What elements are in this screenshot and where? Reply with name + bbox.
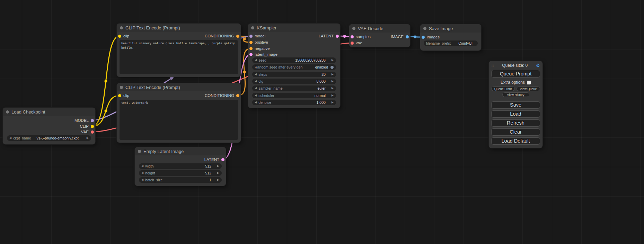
input-slot-images[interactable]: images bbox=[422, 35, 440, 39]
increment-arrow-icon[interactable]: ▶ bbox=[217, 179, 219, 181]
decrement-arrow-icon[interactable]: ◀ bbox=[141, 165, 143, 168]
node-header[interactable]: CLIP Text Encode (Prompt) bbox=[117, 83, 241, 91]
queue-prompt-button[interactable]: Queue Prompt bbox=[491, 70, 540, 78]
view-history-button[interactable]: View History bbox=[502, 92, 529, 97]
input-slot-vae[interactable]: vae bbox=[351, 40, 362, 45]
decrement-arrow-icon[interactable]: ◀ bbox=[255, 94, 257, 97]
input-slot-clip[interactable]: clip bbox=[118, 34, 129, 38]
slot-dot-image[interactable] bbox=[406, 35, 409, 38]
decrement-arrow-icon[interactable]: ◀ bbox=[255, 59, 257, 62]
collapse-toggle-icon[interactable] bbox=[423, 27, 426, 30]
queue-front-button[interactable]: Queue Front bbox=[491, 87, 515, 91]
settings-gear-icon[interactable]: ⚙ bbox=[536, 63, 540, 68]
toggle-dot-icon[interactable] bbox=[330, 66, 334, 69]
widget-denoise[interactable]: ◀ denoise 1.000 ▶ bbox=[252, 100, 336, 105]
slot-dot-latent[interactable] bbox=[249, 53, 253, 56]
widget-ckpt-name[interactable]: ◀ ckpt_name v1-5-pruned-emaonly.ckpt ▶ bbox=[7, 135, 91, 141]
collapse-toggle-icon[interactable] bbox=[6, 110, 9, 114]
slot-dot-latent[interactable] bbox=[336, 35, 339, 38]
node-clip-text-encode-positive[interactable]: CLIP Text Encode (Prompt) clip CONDITION… bbox=[117, 24, 241, 77]
slot-dot-latent[interactable] bbox=[351, 35, 354, 38]
queue-panel[interactable]: ⠿ Queue size: 0 ⚙ Queue Prompt Extra opt… bbox=[489, 61, 542, 148]
node-vae-decode[interactable]: VAE Decode samples IMAGE vae bbox=[349, 24, 410, 47]
decrement-arrow-icon[interactable]: ◀ bbox=[141, 172, 143, 174]
increment-arrow-icon[interactable]: ▶ bbox=[217, 172, 219, 174]
load-button[interactable]: Load bbox=[491, 110, 540, 118]
decrement-arrow-icon[interactable]: ◀ bbox=[255, 80, 257, 83]
negative-prompt-textarea[interactable]: text, watermark bbox=[120, 100, 238, 140]
node-ksampler[interactable]: KSampler model LATENT positive negative … bbox=[248, 24, 340, 108]
load-default-button[interactable]: Load Default bbox=[491, 137, 540, 145]
collapse-toggle-icon[interactable] bbox=[138, 150, 141, 153]
collapse-toggle-icon[interactable] bbox=[352, 27, 355, 30]
drag-handle-icon[interactable]: ⠿ bbox=[491, 63, 494, 68]
increment-arrow-icon[interactable]: ▶ bbox=[332, 73, 334, 76]
node-empty-latent-image[interactable]: Empty Latent Image LATENT ◀ width 512 ▶ … bbox=[135, 147, 226, 186]
node-load-checkpoint[interactable]: Load Checkpoint MODEL CLIP VAE ◀ ckpt_na… bbox=[3, 108, 95, 144]
widget-seed[interactable]: ◀ seed 156680208700286 ▶ bbox=[252, 57, 336, 63]
extra-options-checkbox[interactable] bbox=[527, 81, 531, 84]
decrement-arrow-icon[interactable]: ◀ bbox=[255, 87, 257, 90]
input-slot-model[interactable]: model bbox=[249, 34, 265, 38]
slot-dot-image[interactable] bbox=[422, 36, 425, 39]
increment-arrow-icon[interactable]: ▶ bbox=[217, 165, 219, 168]
collapse-toggle-icon[interactable] bbox=[120, 86, 123, 89]
widget-scheduler[interactable]: ◀ scheduler normal ▶ bbox=[252, 93, 336, 98]
increment-arrow-icon[interactable]: ▶ bbox=[332, 87, 334, 90]
node-header[interactable]: Save Image bbox=[420, 24, 481, 33]
output-slot-vae[interactable]: VAE bbox=[81, 129, 94, 134]
node-header[interactable]: Load Checkpoint bbox=[3, 108, 95, 116]
slot-dot-conditioning[interactable] bbox=[236, 35, 239, 38]
node-header[interactable]: Empty Latent Image bbox=[135, 147, 226, 155]
slot-dot-latent[interactable] bbox=[221, 158, 224, 161]
collapse-toggle-icon[interactable] bbox=[120, 26, 123, 29]
slot-dot-vae[interactable] bbox=[91, 130, 94, 134]
decrement-arrow-icon[interactable]: ◀ bbox=[9, 137, 11, 139]
node-save-image[interactable]: Save Image images filename_prefix ComfyU… bbox=[420, 24, 481, 51]
positive-prompt-textarea[interactable]: beautiful scenery nature glass bottle la… bbox=[120, 40, 238, 74]
slot-dot-model[interactable] bbox=[249, 35, 253, 38]
node-header[interactable]: CLIP Text Encode (Prompt) bbox=[117, 24, 241, 32]
output-slot-latent[interactable]: LATENT bbox=[319, 34, 339, 38]
input-slot-latent-image[interactable]: latent_image bbox=[249, 52, 277, 57]
output-slot-clip[interactable]: CLIP bbox=[80, 124, 94, 129]
widget-cfg[interactable]: ◀ cfg 8.000 ▶ bbox=[252, 79, 336, 84]
decrement-arrow-icon[interactable]: ◀ bbox=[255, 101, 257, 104]
slot-dot-vae[interactable] bbox=[351, 42, 354, 45]
output-slot-latent[interactable]: LATENT bbox=[204, 157, 224, 162]
increment-arrow-icon[interactable]: ▶ bbox=[332, 101, 334, 104]
output-slot-image[interactable]: IMAGE bbox=[391, 34, 409, 39]
widget-width[interactable]: ◀ width 512 ▶ bbox=[139, 163, 222, 169]
slot-dot-model[interactable] bbox=[91, 119, 94, 122]
slot-dot-clip[interactable] bbox=[91, 125, 94, 128]
widget-height[interactable]: ◀ height 512 ▶ bbox=[139, 170, 222, 176]
queue-panel-header[interactable]: ⠿ Queue size: 0 ⚙ bbox=[491, 62, 540, 69]
decrement-arrow-icon[interactable]: ◀ bbox=[255, 73, 257, 76]
slot-dot-conditioning[interactable] bbox=[236, 94, 239, 97]
widget-filename-prefix[interactable]: filename_prefix ComfyUI bbox=[424, 40, 478, 46]
output-slot-model[interactable]: MODEL bbox=[74, 118, 94, 123]
output-slot-conditioning[interactable]: CONDITIONING bbox=[205, 34, 239, 38]
save-button[interactable]: Save bbox=[491, 101, 540, 109]
widget-steps[interactable]: ◀ steps 20 ▶ bbox=[252, 72, 336, 77]
widget-batch-size[interactable]: ◀ batch_size 1 ▶ bbox=[139, 177, 222, 183]
increment-arrow-icon[interactable]: ▶ bbox=[332, 94, 334, 97]
clear-button[interactable]: Clear bbox=[491, 128, 540, 136]
view-queue-button[interactable]: View Queue bbox=[517, 87, 540, 91]
node-clip-text-encode-negative[interactable]: CLIP Text Encode (Prompt) clip CONDITION… bbox=[117, 83, 241, 143]
decrement-arrow-icon[interactable]: ◀ bbox=[141, 179, 143, 181]
widget-sampler-name[interactable]: ◀ sampler_name euler ▶ bbox=[252, 85, 336, 91]
output-slot-conditioning[interactable]: CONDITIONING bbox=[205, 93, 239, 98]
increment-arrow-icon[interactable]: ▶ bbox=[332, 59, 334, 62]
slot-dot-conditioning[interactable] bbox=[249, 47, 253, 50]
slot-dot-conditioning[interactable] bbox=[249, 41, 253, 44]
slot-dot-clip[interactable] bbox=[118, 94, 121, 97]
node-header[interactable]: VAE Decode bbox=[349, 24, 410, 33]
increment-arrow-icon[interactable]: ▶ bbox=[332, 80, 334, 83]
input-slot-positive[interactable]: positive bbox=[249, 40, 268, 45]
widget-random-seed-toggle[interactable]: Random seed after every gen enabled bbox=[252, 64, 336, 70]
refresh-button[interactable]: Refresh bbox=[491, 119, 540, 127]
node-header[interactable]: KSampler bbox=[248, 24, 340, 32]
input-slot-samples[interactable]: samples bbox=[351, 34, 371, 39]
input-slot-clip[interactable]: clip bbox=[118, 93, 129, 98]
